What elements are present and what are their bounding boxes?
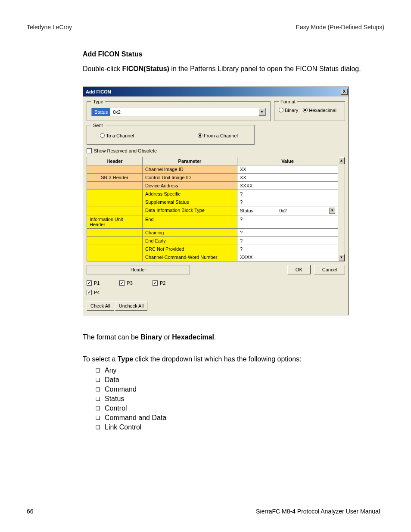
type-selected: Status (92, 108, 110, 116)
row-value[interactable]: ? (237, 215, 338, 228)
list-item: ❑Any (96, 366, 380, 375)
row-header (87, 245, 143, 253)
type-legend: Type (91, 99, 105, 104)
format-note: The format can be Binary or Hexadecimal. (83, 333, 380, 342)
close-button[interactable]: X (341, 89, 348, 95)
row-parameter: Channel Image ID (143, 165, 237, 173)
table-row[interactable]: Channel Image IDXX (87, 165, 338, 174)
row-value[interactable]: ? (237, 198, 338, 206)
table-row[interactable]: Address Specific? (87, 190, 338, 198)
row-value[interactable]: ? (237, 237, 338, 245)
row-header (87, 165, 143, 173)
list-item: ❑Command and Data (96, 413, 380, 423)
row-parameter: Device Address (143, 182, 237, 190)
row-header (87, 237, 143, 245)
format-binary-radio[interactable]: Binary (279, 108, 298, 113)
cancel-button[interactable]: Cancel (314, 265, 345, 274)
row-header (87, 229, 143, 236)
sent-to-radio[interactable]: To a Channel (100, 133, 134, 138)
row-parameter: End (143, 215, 237, 228)
row-parameter: End Early (143, 237, 237, 245)
port-checkboxes: P1P3P2P4 (87, 280, 173, 295)
intro-text: Double-click FICON(Status) in the Patter… (83, 64, 380, 74)
row-parameter: Control Unit Image ID (143, 174, 237, 181)
scrollbar[interactable]: ▲ ▼ (338, 157, 345, 261)
checkbox-icon (87, 290, 92, 295)
radio-icon (303, 108, 308, 112)
bullet-icon: ❑ (96, 405, 100, 411)
port-checkbox[interactable]: P4 (87, 290, 100, 295)
sent-legend: Sent (91, 123, 105, 128)
format-group: Format Binary Hexadecimal (274, 99, 345, 121)
row-header: SB-3 Header (87, 174, 143, 181)
checkbox-icon (87, 280, 92, 286)
header-left: Teledyne LeCroy (27, 24, 72, 31)
add-ficon-dialog: Add FICON X Type Status 0x2 ▼ (83, 87, 349, 315)
port-checkbox[interactable]: P2 (153, 280, 165, 286)
table-row[interactable]: Information Unit HeaderEnd? (87, 215, 338, 229)
radio-icon (198, 133, 202, 138)
table-row[interactable]: CRC Not Provided? (87, 245, 338, 253)
bullet-icon: ❑ (96, 415, 100, 421)
footer-header-label: Header (87, 265, 190, 274)
row-header (87, 198, 143, 206)
format-legend: Format (279, 99, 297, 104)
row-header (87, 190, 143, 198)
row-value[interactable]: ? (237, 229, 338, 236)
table-row[interactable]: End Early? (87, 237, 338, 245)
table-header-row: Header Parameter Value (87, 157, 338, 165)
format-hex-radio[interactable]: Hexadecimal (303, 108, 336, 113)
row-value[interactable]: ? (237, 245, 338, 253)
row-value[interactable]: ? (237, 190, 338, 198)
port-checkbox[interactable]: P3 (119, 280, 132, 286)
show-obsolete-checkbox[interactable]: Show Reserved and Obsolete (87, 148, 157, 153)
bullet-icon: ❑ (96, 377, 100, 383)
radio-icon (279, 108, 283, 112)
row-header (87, 206, 143, 215)
row-value[interactable]: XXXX (237, 182, 338, 190)
table-row[interactable]: Channel-Command-Word NumberXXXX (87, 253, 338, 261)
list-item: ❑Data (96, 375, 380, 385)
chevron-down-icon[interactable]: ▼ (329, 208, 335, 214)
row-parameter: Supplemental Status (143, 198, 237, 206)
sent-from-radio[interactable]: From a Channel (198, 133, 238, 138)
type-select[interactable]: Status 0x2 ▼ (91, 108, 266, 116)
footer-title: SierraFC M8-4 Protocol Analyzer User Man… (256, 508, 380, 515)
table-row[interactable]: Chaining? (87, 229, 338, 237)
checkbox-icon (87, 148, 92, 153)
row-value[interactable]: XXXX (237, 253, 338, 261)
ok-button[interactable]: OK (287, 265, 311, 274)
dialog-title: Add FICON (86, 89, 111, 94)
type-group: Type Status 0x2 ▼ (87, 99, 271, 121)
checkbox-icon (119, 280, 125, 286)
scroll-down-icon[interactable]: ▼ (339, 254, 345, 261)
row-parameter: Channel-Command-Word Number (143, 253, 237, 261)
table-row[interactable]: Device AddressXXXX (87, 182, 338, 190)
col-header: Header (87, 157, 143, 165)
col-parameter: Parameter (143, 157, 237, 165)
table-row[interactable]: SB-3 HeaderControl Unit Image IDXX (87, 174, 338, 182)
page-number: 66 (27, 508, 34, 515)
parameter-table: Header Parameter Value Channel Image IDX… (87, 157, 345, 261)
table-row[interactable]: Supplemental Status? (87, 198, 338, 206)
check-all-button[interactable]: Check All (87, 301, 114, 311)
sent-group: Sent To a Channel From a Channel (87, 123, 255, 145)
bullet-icon: ❑ (96, 396, 100, 402)
row-value[interactable]: Status0x2▼ (237, 206, 338, 215)
list-item: ❑Command (96, 385, 380, 394)
bullet-icon: ❑ (96, 424, 100, 430)
row-parameter: Data Information Block Type (143, 206, 237, 215)
type-options-list: ❑Any❑Data❑Command❑Status❑Control❑Command… (96, 366, 380, 432)
bullet-icon: ❑ (96, 367, 100, 373)
col-value: Value (237, 157, 338, 165)
dialog-titlebar[interactable]: Add FICON X (83, 87, 349, 96)
uncheck-all-button[interactable]: Uncheck All (115, 301, 147, 311)
row-value[interactable]: XX (237, 174, 338, 181)
radio-icon (100, 133, 105, 138)
list-item: ❑Control (96, 404, 380, 413)
scroll-up-icon[interactable]: ▲ (339, 157, 345, 164)
chevron-down-icon[interactable]: ▼ (258, 108, 265, 116)
table-row[interactable]: Data Information Block TypeStatus0x2▼ (87, 206, 338, 215)
port-checkbox[interactable]: P1 (87, 280, 100, 286)
row-value[interactable]: XX (237, 165, 338, 173)
